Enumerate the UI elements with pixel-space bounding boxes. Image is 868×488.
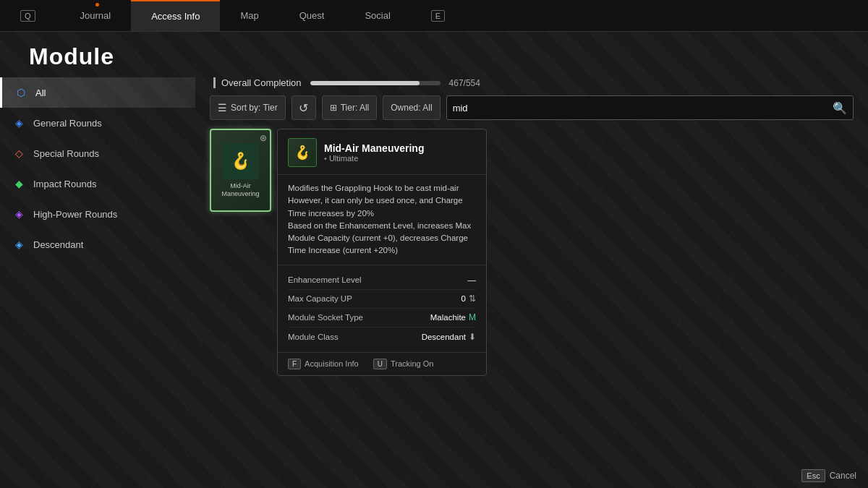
tier-layers-icon: ⊞ bbox=[330, 103, 337, 113]
nav-e-key[interactable]: E bbox=[411, 0, 469, 31]
nav-access-info[interactable]: Access Info bbox=[131, 0, 220, 31]
filter-row: ☰ Sort by: Tier ↺ ⊞ Tier: All Owned: All… bbox=[210, 95, 854, 120]
stat-label-module-class: Module Class bbox=[288, 333, 339, 341]
tooltip-name: Mid-Air Maneuvering bbox=[324, 142, 424, 154]
tooltip-description: Modifies the Grappling Hook to be cast m… bbox=[278, 175, 486, 265]
acquisition-info-label: Acquisition Info bbox=[305, 359, 359, 368]
stat-label-capacity: Max Capacity UP bbox=[288, 294, 352, 303]
stat-val-socket-type: Malachite M bbox=[430, 312, 476, 322]
special-rounds-icon: ◇ bbox=[12, 146, 26, 160]
main-content: ⬡ All ◈ General Rounds ◇ Special Rounds … bbox=[0, 77, 868, 488]
nav-journal[interactable]: Journal bbox=[60, 0, 132, 31]
stat-val-enhancement: — bbox=[468, 275, 477, 284]
descendant-class-icon: ⬇ bbox=[469, 332, 476, 342]
general-rounds-icon: ◈ bbox=[12, 116, 26, 130]
sidebar-item-high-power-rounds-label: High-Power Rounds bbox=[33, 209, 117, 220]
page-title: Module bbox=[0, 32, 868, 77]
tooltip-header: 🪝 Mid-Air Maneuvering • Ultimate bbox=[278, 129, 486, 175]
owned-label: Owned: All bbox=[391, 103, 432, 113]
search-wrapper: 🔍 bbox=[446, 95, 854, 120]
right-panel: Overall Completion 467/554 ☰ Sort by: Ti… bbox=[195, 77, 868, 488]
impact-rounds-icon: ◆ bbox=[12, 176, 26, 191]
sort-icon: ☰ bbox=[218, 102, 227, 114]
nav-social-label: Social bbox=[365, 10, 390, 21]
tier-label: Tier: All bbox=[341, 103, 370, 113]
sidebar-item-all-label: All bbox=[35, 87, 46, 98]
completion-bar-fill bbox=[310, 81, 420, 85]
sort-label: Sort by: Tier bbox=[231, 103, 278, 113]
refresh-button[interactable]: ↺ bbox=[292, 95, 316, 120]
owned-filter-button[interactable]: Owned: All bbox=[383, 95, 440, 120]
sort-button[interactable]: ☰ Sort by: Tier bbox=[210, 95, 286, 120]
module-tooltip-panel: 🪝 Mid-Air Maneuvering • Ultimate Modifie… bbox=[277, 129, 487, 376]
sidebar-item-descendant[interactable]: ◈ Descendant bbox=[0, 229, 195, 260]
u-key-badge: U bbox=[373, 359, 387, 369]
acquisition-info-action[interactable]: F Acquisition Info bbox=[288, 359, 359, 369]
stat-label-enhancement: Enhancement Level bbox=[288, 275, 362, 284]
nav-quest-label: Quest bbox=[299, 10, 325, 21]
tooltip-title-block: Mid-Air Maneuvering • Ultimate bbox=[324, 142, 424, 163]
sidebar-item-general-rounds[interactable]: ◈ General Rounds bbox=[0, 108, 195, 138]
stat-row-capacity: Max Capacity UP 0 ⇅ bbox=[288, 290, 476, 309]
e-key-badge: E bbox=[431, 10, 445, 22]
capacity-value: 0 bbox=[461, 294, 466, 303]
stat-row-module-class: Module Class Descendant ⬇ bbox=[288, 328, 476, 346]
module-card-name: Mid-Air Maneuvering bbox=[211, 182, 270, 198]
module-class-value: Descendant bbox=[422, 333, 466, 341]
nav-q-key[interactable]: Q bbox=[0, 0, 60, 31]
nav-access-info-label: Access Info bbox=[151, 11, 200, 22]
tooltip-subtitle: • Ultimate bbox=[324, 154, 424, 163]
tracking-on-label: Tracking On bbox=[391, 359, 434, 368]
tier-filter-button[interactable]: ⊞ Tier: All bbox=[322, 95, 378, 120]
nav-map[interactable]: Map bbox=[220, 0, 278, 31]
module-card-icon: 🪝 bbox=[223, 143, 259, 179]
refresh-icon: ↺ bbox=[299, 101, 308, 115]
nav-journal-label: Journal bbox=[80, 10, 111, 21]
nav-social[interactable]: Social bbox=[344, 0, 410, 31]
tooltip-stats: Enhancement Level — Max Capacity UP 0 ⇅ … bbox=[278, 265, 486, 353]
completion-count: 467/554 bbox=[449, 78, 480, 88]
stat-label-socket-type: Module Socket Type bbox=[288, 313, 363, 322]
sidebar-item-impact-rounds-label: Impact Rounds bbox=[33, 179, 96, 189]
nav-bar: Q Journal Access Info Map Quest Social E bbox=[0, 0, 868, 32]
sidebar-item-high-power-rounds[interactable]: ◈ High-Power Rounds bbox=[0, 199, 195, 229]
card-corner-marker-icon: ⊛ bbox=[260, 133, 267, 143]
tooltip-footer: F Acquisition Info U Tracking On bbox=[278, 353, 486, 375]
all-icon: ⬡ bbox=[14, 85, 28, 100]
q-key-badge: Q bbox=[20, 10, 35, 22]
completion-label: Overall Completion bbox=[213, 77, 302, 88]
malachite-icon: M bbox=[469, 312, 476, 322]
socket-type-value: Malachite bbox=[430, 313, 466, 322]
tooltip-thumb: 🪝 bbox=[288, 138, 317, 167]
sidebar-item-all[interactable]: ⬡ All bbox=[0, 77, 195, 108]
stat-row-socket-type: Module Socket Type Malachite M bbox=[288, 309, 476, 328]
sidebar-item-descendant-label: Descendant bbox=[33, 239, 83, 250]
search-icon: 🔍 bbox=[833, 101, 847, 115]
sidebar-item-impact-rounds[interactable]: ◆ Impact Rounds bbox=[0, 168, 195, 199]
completion-bar-bg bbox=[310, 81, 441, 85]
search-input[interactable] bbox=[453, 103, 828, 114]
nav-map-label: Map bbox=[240, 10, 258, 21]
f-key-badge: F bbox=[288, 359, 301, 369]
completion-bar-row: Overall Completion 467/554 bbox=[213, 77, 854, 88]
stat-val-module-class: Descendant ⬇ bbox=[422, 332, 476, 342]
sidebar: ⬡ All ◈ General Rounds ◇ Special Rounds … bbox=[0, 77, 195, 488]
module-card-mid-air-maneuvering[interactable]: ⊛ 🪝 Mid-Air Maneuvering bbox=[210, 129, 271, 212]
sidebar-item-special-rounds-label: Special Rounds bbox=[33, 148, 99, 159]
descendant-icon: ◈ bbox=[12, 237, 26, 252]
module-grid: ⊛ 🪝 Mid-Air Maneuvering 🪝 Mid-Air Maneuv… bbox=[210, 129, 854, 212]
tracking-on-action[interactable]: U Tracking On bbox=[373, 359, 434, 369]
nav-quest[interactable]: Quest bbox=[279, 0, 345, 31]
capacity-arrow-icon: ⇅ bbox=[469, 294, 476, 304]
sidebar-item-general-rounds-label: General Rounds bbox=[33, 118, 102, 129]
high-power-rounds-icon: ◈ bbox=[12, 207, 26, 221]
stat-val-capacity: 0 ⇅ bbox=[461, 294, 476, 304]
stat-row-enhancement: Enhancement Level — bbox=[288, 271, 476, 290]
sidebar-item-special-rounds[interactable]: ◇ Special Rounds bbox=[0, 138, 195, 168]
journal-notification-dot bbox=[95, 3, 99, 7]
